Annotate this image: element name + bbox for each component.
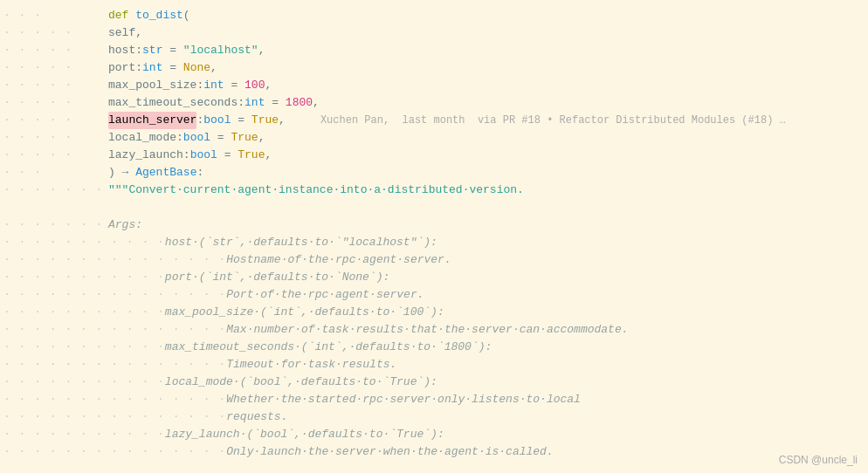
code-token: port [108, 59, 135, 77]
code-token: Max·number·of·task·results·that·the·serv… [226, 321, 628, 339]
code-token: None [183, 59, 210, 77]
line-dots: · · · · · · · · · · · · · · · [3, 443, 226, 461]
code-token: local_mode·(`bool`,·defaults·to·`True`): [165, 374, 437, 391]
code-token: 1800 [286, 94, 313, 112]
code-line: · · · · · · · · · · · · · · ·Only·launch… [0, 443, 868, 461]
line-dots: · · · · · · · · · · · [3, 426, 165, 443]
code-line: · · · · · · · · · · · · · · ·Whether·the… [0, 391, 868, 408]
code-token: Port·of·the·rpc·agent·server. [226, 286, 424, 304]
highlighted-token: launch_server [108, 112, 196, 129]
code-token: → [115, 164, 135, 182]
code-line: · · · · · · · · · · · · · · ·Timeout·for… [0, 356, 868, 374]
line-dots: · · · [3, 164, 108, 182]
code-line: · · · · ·host:str = "localhost", [0, 42, 868, 59]
line-dots: · · · · · · · · · · · [3, 234, 165, 251]
code-token: int [245, 94, 265, 112]
code-line: · · · · · · · · · · ·local_mode·(`bool`,… [0, 374, 868, 391]
code-token: max_pool_size [108, 77, 196, 94]
line-dots: · · · · · · · [3, 182, 108, 199]
code-token: , [258, 42, 265, 59]
line-dots: · · · · · [3, 59, 108, 77]
code-token: Hostname·of·the·rpc·agent·server. [226, 251, 451, 269]
line-dots: · · · · · · · · · · · · · · · [3, 391, 226, 408]
code-token: : [196, 164, 203, 182]
code-token: Whether·the·started·rpc·server·only·list… [226, 391, 581, 408]
code-line: · · · · · · · · · · ·max_timeout_seconds… [0, 339, 868, 356]
line-dots: · · · · · · · [3, 216, 108, 234]
code-token: def [108, 7, 128, 24]
code-token: ) [108, 164, 115, 182]
line-dots: · · · · · · · · · · · [3, 339, 165, 356]
code-token: int [142, 59, 162, 77]
code-token: : [135, 59, 142, 77]
code-line: · · · · · · · · · · · · · · ·requests. [0, 408, 868, 426]
code-token: Only·launch·the·server·when·the·agent·is… [226, 443, 553, 461]
code-token: True [231, 129, 258, 147]
code-token: , [265, 77, 272, 94]
code-token: max_timeout_seconds·(`int`,·defaults·to·… [165, 339, 492, 356]
line-dots: · · · · · · · · · · · · · · · [3, 408, 226, 426]
code-token: str [142, 42, 162, 59]
line-dots: · · · · · · · · · · · [3, 269, 165, 286]
code-token: : [183, 147, 190, 164]
watermark: CSDN @uncle_li [779, 454, 858, 466]
code-line: · · · · · · · · · · ·host·(`str`,·defaul… [0, 234, 868, 251]
line-dots: · · · · · [3, 147, 108, 164]
code-token: "localhost" [183, 42, 258, 59]
code-token: host·(`str`,·defaults·to·`"localhost"`): [165, 234, 437, 251]
line-dots: · · · · · [3, 94, 108, 112]
code-token: , [135, 24, 142, 42]
code-token: True [238, 147, 265, 164]
code-token: self [108, 24, 135, 42]
code-token: requests. [226, 408, 287, 426]
code-token: = [231, 112, 251, 129]
code-token: = [265, 94, 285, 112]
code-token: : [176, 129, 183, 147]
code-token: , [313, 94, 320, 112]
code-token: , [279, 112, 286, 129]
code-line: · · · · ·self, [0, 24, 868, 42]
line-dots: · · · · · · · · · · · · · · · [3, 356, 226, 374]
code-token: : [135, 42, 142, 59]
code-token: lazy_launch·(`bool`,·defaults·to·`True`)… [165, 426, 444, 443]
code-line: · · · · · · · · · · · · · · ·Hostname·of… [0, 251, 868, 269]
code-line: · · ·) → AgentBase: [0, 164, 868, 182]
line-dots: · · · · · [3, 129, 108, 147]
code-token: : [238, 94, 245, 112]
code-token: max_pool_size·(`int`,·defaults·to·`100`)… [165, 304, 444, 321]
code-token: max_timeout_seconds [108, 94, 238, 112]
code-line: · · · · · · · · · · · · · · ·Port·of·the… [0, 286, 868, 304]
code-token: port·(`int`,·defaults·to·`None`): [165, 269, 389, 286]
code-token: ( [183, 7, 190, 24]
code-line: · · ·def to_dist( [0, 7, 868, 24]
code-token: , [210, 59, 217, 77]
code-line: · · · · ·max_timeout_seconds:int = 1800, [0, 94, 868, 112]
code-line [0, 199, 868, 216]
code-line: · · · · · · · · · · ·max_pool_size·(`int… [0, 304, 868, 321]
line-dots: · · · · · · · · · · · · · · · [3, 251, 226, 269]
code-token: lazy_launch [108, 147, 183, 164]
line-dots: · · · · · · · · · · · · · · · [3, 286, 226, 304]
code-token: local_mode [108, 129, 176, 147]
code-token: Args: [108, 216, 142, 234]
code-token: True [251, 112, 279, 129]
code-token: host [108, 42, 135, 59]
code-line: · · · · ·local_mode:bool = True, [0, 129, 868, 147]
code-container: · · ·def to_dist(· · · · ·self,· · · · ·… [0, 0, 868, 473]
code-token: Timeout·for·task·results. [226, 356, 396, 374]
code-token: : [196, 77, 203, 94]
code-token: int [203, 77, 224, 94]
code-token: bool [183, 129, 210, 147]
code-line: · · · · ·max_pool_size:int = 100, [0, 77, 868, 94]
code-token: 100 [245, 77, 265, 94]
code-line: · · · · · · ·Args: [0, 216, 868, 234]
line-dots: · · · · · · · · · · · · · · · [3, 321, 226, 339]
code-line: · · · · · · · · · · · · · · ·Max·number·… [0, 321, 868, 339]
line-dots: · · · · · [3, 24, 108, 42]
code-token: to_dist [135, 7, 183, 24]
code-line: · · · · · · · · · · ·lazy_launch·(`bool`… [0, 426, 868, 443]
code-token: = [162, 42, 183, 59]
code-token: AgentBase [135, 164, 196, 182]
line-dots: · · · · · [3, 112, 108, 129]
code-token: , [258, 129, 265, 147]
